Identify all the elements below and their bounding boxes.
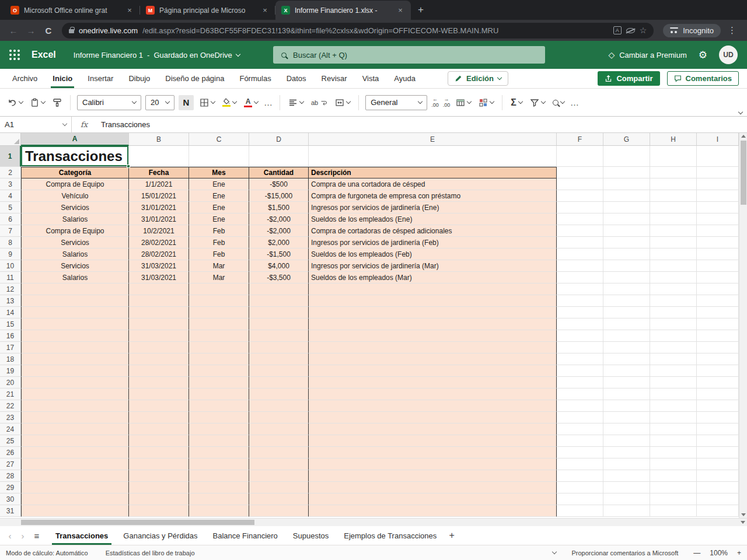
cell-A26[interactable]: [21, 447, 129, 459]
horizontal-scroll-thumb[interactable]: [21, 520, 254, 525]
add-sheet-button[interactable]: +: [444, 526, 459, 545]
cell-C11[interactable]: Mar: [189, 272, 249, 284]
workbook-stats-label[interactable]: Estadísticas del libro de trabajo: [106, 550, 195, 556]
paste-button[interactable]: [29, 96, 47, 109]
cell-A22[interactable]: [21, 400, 129, 412]
cell-H13[interactable]: [650, 295, 697, 307]
cell-A23[interactable]: [21, 412, 129, 424]
ribbon-tab-dibujo[interactable]: Dibujo: [121, 69, 158, 88]
cell-C10[interactable]: Mar: [189, 260, 249, 272]
cell-C15[interactable]: [189, 318, 249, 330]
row-header-25[interactable]: 25: [0, 435, 21, 447]
cell-I20[interactable]: [697, 377, 739, 388]
cell-A13[interactable]: [21, 295, 129, 307]
cell-C4[interactable]: Ene: [189, 190, 249, 202]
cell-F22[interactable]: [557, 400, 603, 412]
cell-D10[interactable]: $4,000: [249, 260, 309, 272]
cell-B18[interactable]: [129, 354, 189, 365]
cell-H14[interactable]: [650, 307, 697, 318]
cell-G4[interactable]: [603, 190, 650, 202]
cell-A28[interactable]: [21, 470, 129, 482]
autosum-button[interactable]: Σ: [509, 96, 524, 110]
zoom-out-button[interactable]: —: [693, 549, 700, 557]
forward-button[interactable]: →: [23, 23, 39, 38]
cell-E17[interactable]: [309, 342, 557, 354]
cell-C30[interactable]: [189, 494, 249, 505]
cell-H30[interactable]: [650, 494, 697, 505]
ribbon-tab-revisar[interactable]: Revisar: [314, 69, 355, 88]
cell-F6[interactable]: [557, 214, 603, 225]
cell-D31[interactable]: [249, 505, 309, 517]
cell-C27[interactable]: [189, 459, 249, 470]
cell-C8[interactable]: Feb: [189, 237, 249, 249]
fill-color-button[interactable]: [221, 96, 238, 108]
cell-E24[interactable]: [309, 424, 557, 435]
row-header-8[interactable]: 8: [0, 237, 21, 249]
cell-A16[interactable]: [21, 330, 129, 342]
row-header-4[interactable]: 4: [0, 190, 21, 202]
cell-H15[interactable]: [650, 318, 697, 330]
cell-B17[interactable]: [129, 342, 189, 354]
cell-F7[interactable]: [557, 225, 603, 237]
cell-C29[interactable]: [189, 482, 249, 494]
cell-G26[interactable]: [603, 447, 650, 459]
cell-H19[interactable]: [650, 365, 697, 377]
cell-F29[interactable]: [557, 482, 603, 494]
cell-H22[interactable]: [650, 400, 697, 412]
cell-F31[interactable]: [557, 505, 603, 517]
cell-I21[interactable]: [697, 388, 739, 400]
cell-C19[interactable]: [189, 365, 249, 377]
cell-A18[interactable]: [21, 354, 129, 365]
row-header-13[interactable]: 13: [0, 295, 21, 307]
row-header-7[interactable]: 7: [0, 225, 21, 237]
cell-A1[interactable]: Transacciones: [21, 146, 129, 167]
cell-H27[interactable]: [650, 459, 697, 470]
ribbon-tab-diseño-de-página[interactable]: Diseño de página: [158, 69, 232, 88]
cell-D18[interactable]: [249, 354, 309, 365]
cell-G14[interactable]: [603, 307, 650, 318]
cell-C7[interactable]: Feb: [189, 225, 249, 237]
cell-G8[interactable]: [603, 237, 650, 249]
wrap-text-button[interactable]: ab: [309, 97, 329, 108]
cell-A19[interactable]: [21, 365, 129, 377]
editing-mode-button[interactable]: Edición: [448, 71, 508, 86]
cell-F28[interactable]: [557, 470, 603, 482]
row-header-5[interactable]: 5: [0, 202, 21, 214]
row-header-19[interactable]: 19: [0, 365, 21, 377]
cell-B21[interactable]: [129, 388, 189, 400]
alignment-button[interactable]: [287, 96, 305, 109]
cell-D1[interactable]: [249, 146, 309, 167]
next-sheet-button[interactable]: ›: [16, 526, 29, 545]
cell-I29[interactable]: [697, 482, 739, 494]
cell-I5[interactable]: [697, 202, 739, 214]
cell-G30[interactable]: [603, 494, 650, 505]
bold-button[interactable]: N: [179, 95, 194, 110]
cell-G29[interactable]: [603, 482, 650, 494]
cell-G31[interactable]: [603, 505, 650, 517]
column-header-A[interactable]: A: [21, 133, 129, 146]
cell-B25[interactable]: [129, 435, 189, 447]
conditional-formatting-button[interactable]: [477, 96, 495, 109]
sheet-tab-ganancias-y-pérdidas[interactable]: Ganancias y Pérdidas: [116, 526, 205, 545]
cell-A8[interactable]: Servicios: [21, 237, 129, 249]
cell-C22[interactable]: [189, 400, 249, 412]
merge-cells-button[interactable]: [333, 96, 352, 109]
comments-button[interactable]: Comentarios: [667, 71, 739, 86]
cell-B20[interactable]: [129, 377, 189, 388]
cell-F27[interactable]: [557, 459, 603, 470]
cell-H1[interactable]: [650, 146, 697, 167]
zoom-level[interactable]: 100%: [710, 549, 728, 557]
cell-D23[interactable]: [249, 412, 309, 424]
cell-E4[interactable]: Compra de furgoneta de empresa con prést…: [309, 190, 557, 202]
cell-I8[interactable]: [697, 237, 739, 249]
cell-D27[interactable]: [249, 459, 309, 470]
avatar[interactable]: UD: [719, 46, 738, 64]
cell-B31[interactable]: [129, 505, 189, 517]
cell-I9[interactable]: [697, 249, 739, 260]
cell-C20[interactable]: [189, 377, 249, 388]
cell-D28[interactable]: [249, 470, 309, 482]
row-header-2[interactable]: 2: [0, 167, 21, 178]
row-header-24[interactable]: 24: [0, 424, 21, 435]
cell-F13[interactable]: [557, 295, 603, 307]
cell-F3[interactable]: [557, 178, 603, 190]
